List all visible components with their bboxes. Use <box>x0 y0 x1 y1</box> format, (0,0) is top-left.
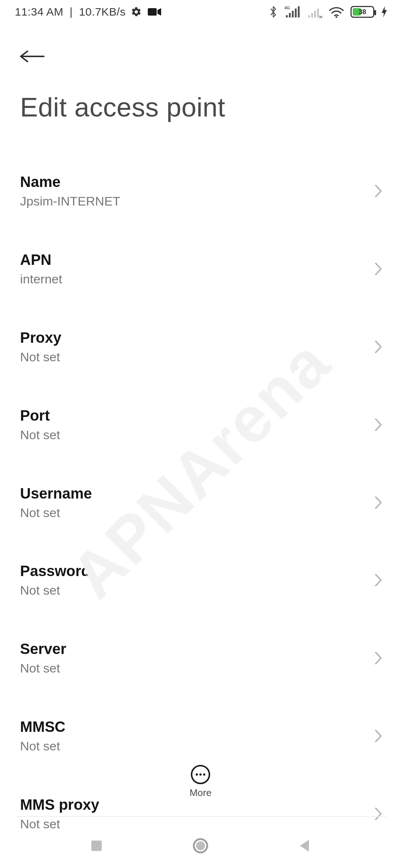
more-button[interactable]: More <box>0 764 401 799</box>
settings-list: Name Jpsim-INTERNET APN internet Proxy N… <box>0 122 401 845</box>
svg-rect-8 <box>311 13 313 17</box>
svg-point-15 <box>203 773 205 776</box>
more-label: More <box>189 787 211 799</box>
status-time: 11:34 AM <box>15 6 63 18</box>
chevron-right-icon <box>374 728 383 744</box>
svg-rect-16 <box>91 841 102 851</box>
chevron-right-icon <box>374 650 383 666</box>
svg-rect-3 <box>289 13 291 17</box>
chevron-right-icon <box>374 261 383 277</box>
svg-rect-0 <box>148 8 157 16</box>
setting-value: Not set <box>20 504 92 522</box>
setting-apn[interactable]: APN internet <box>20 237 386 300</box>
chevron-right-icon <box>374 339 383 355</box>
system-nav-bar <box>0 823 401 868</box>
charging-icon <box>381 6 388 18</box>
status-sep: | <box>66 6 76 18</box>
camera-icon <box>148 7 161 16</box>
battery-pct: 38 <box>352 9 373 15</box>
setting-name[interactable]: Name Jpsim-INTERNET <box>20 160 386 223</box>
setting-title: Username <box>20 484 92 503</box>
circle-icon <box>192 837 209 854</box>
setting-title: Name <box>20 172 120 191</box>
setting-title: Server <box>20 639 66 658</box>
nav-recent-button[interactable] <box>82 831 111 861</box>
page-title: Edit access point <box>0 76 401 122</box>
svg-rect-5 <box>295 9 297 17</box>
setting-password[interactable]: Password Not set <box>20 549 386 612</box>
svg-point-11 <box>336 16 338 18</box>
svg-rect-10 <box>317 9 319 17</box>
svg-rect-2 <box>286 15 288 17</box>
bluetooth-icon <box>269 6 278 18</box>
chevron-right-icon <box>374 806 383 822</box>
back-button[interactable] <box>17 42 47 71</box>
setting-port[interactable]: Port Not set <box>20 393 386 456</box>
setting-value: Not set <box>20 660 66 677</box>
svg-rect-6 <box>298 6 300 17</box>
signal-4g-icon: 4G <box>284 6 300 18</box>
triangle-back-icon <box>298 838 311 853</box>
svg-rect-4 <box>292 11 294 17</box>
nav-home-button[interactable] <box>186 831 215 861</box>
setting-title: Password <box>20 561 90 581</box>
svg-rect-9 <box>314 11 316 17</box>
svg-point-18 <box>196 841 205 850</box>
setting-title: Proxy <box>20 328 61 347</box>
setting-value: Jpsim-INTERNET <box>20 193 120 210</box>
status-bar: 11:34 AM | 10.7KB/s 4G <box>0 0 401 24</box>
setting-title: APN <box>20 250 62 269</box>
nav-back-button[interactable] <box>290 831 319 861</box>
svg-rect-7 <box>308 15 310 17</box>
gear-icon <box>131 6 142 17</box>
setting-title: MMSC <box>20 717 65 736</box>
setting-mmsc[interactable]: MMSC Not set <box>20 704 386 767</box>
battery-icon: 38 <box>351 6 374 18</box>
square-icon <box>90 839 103 852</box>
svg-text:4G: 4G <box>284 6 290 10</box>
setting-value: Not set <box>20 582 90 599</box>
setting-title: Port <box>20 406 60 425</box>
back-arrow-icon <box>19 49 45 64</box>
setting-value: Not set <box>20 427 60 444</box>
app-bar <box>0 24 401 76</box>
svg-point-14 <box>199 773 202 776</box>
setting-proxy[interactable]: Proxy Not set <box>20 315 386 378</box>
setting-server[interactable]: Server Not set <box>20 627 386 690</box>
chevron-right-icon <box>374 417 383 433</box>
wifi-icon <box>329 6 344 18</box>
chevron-right-icon <box>374 572 383 588</box>
setting-value: internet <box>20 271 62 288</box>
setting-username[interactable]: Username Not set <box>20 471 386 534</box>
svg-point-13 <box>196 773 198 776</box>
setting-value: Not set <box>20 349 61 366</box>
setting-value: Not set <box>20 738 65 755</box>
chevron-right-icon <box>374 495 383 510</box>
chevron-right-icon <box>374 183 383 199</box>
status-netspeed: 10.7KB/s <box>79 6 126 18</box>
more-icon <box>190 764 211 785</box>
signal-nosim-icon <box>307 6 322 18</box>
bottom-divider <box>15 816 386 817</box>
